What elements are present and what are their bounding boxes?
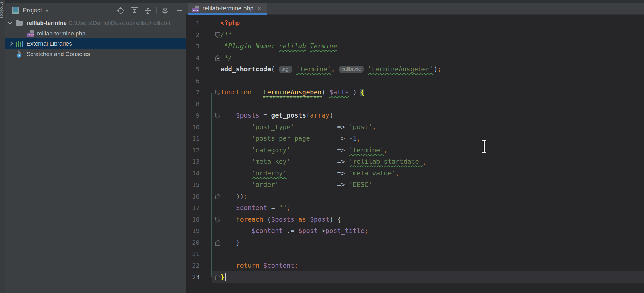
tree-row-scratches[interactable]: Scratches and Consoles	[5, 49, 186, 59]
active-block-gutter-line	[211, 93, 212, 277]
php-file-icon: PHP	[27, 30, 34, 37]
collapse-all-icon[interactable]	[144, 7, 151, 14]
tree-item-path: C:\Users\Daniel\Desktop\relilab\relilab-…	[68, 20, 171, 26]
tree-row-external-libraries[interactable]: External Libraries	[5, 38, 186, 49]
toolbar-divider	[156, 7, 157, 14]
code-line[interactable]: return $content;	[220, 260, 298, 272]
fold-marker[interactable]	[215, 240, 220, 246]
line-number[interactable]: 6	[186, 75, 199, 87]
hide-panel-icon[interactable]	[176, 7, 183, 14]
mouse-ibeam-cursor	[481, 140, 486, 153]
fold-marker[interactable]	[215, 55, 220, 61]
code-line[interactable]: 'orderby' => 'meta_value',	[220, 168, 400, 179]
text-caret	[225, 273, 226, 281]
code-line[interactable]: */	[220, 52, 232, 64]
tree-item-label[interactable]: External Libraries	[26, 40, 72, 47]
top-strip	[5, 0, 644, 3]
line-number[interactable]: 1	[186, 18, 199, 29]
code-line[interactable]: 'order' => 'DESC'	[220, 179, 372, 191]
line-number[interactable]: 5	[186, 64, 199, 75]
line-number[interactable]: 18	[186, 214, 199, 226]
fold-marker[interactable]	[215, 113, 220, 119]
gear-icon[interactable]: ⚙	[161, 7, 169, 14]
line-number[interactable]: 2	[186, 29, 199, 41]
code-line[interactable]: add_shortcode( tag: 'termine', callback:…	[220, 64, 441, 75]
line-number[interactable]: 15	[186, 179, 199, 191]
project-panel-header: Project ⚙	[5, 3, 186, 18]
project-panel: Project ⚙ relilab-termine C:\Users\D	[5, 3, 186, 293]
tree-row-php-file[interactable]: PHP relilab-termine.php	[5, 28, 186, 39]
line-number[interactable]: 7	[186, 87, 199, 98]
code-line[interactable]: }	[220, 237, 240, 249]
tree-item-label[interactable]: relilab-termine	[26, 20, 67, 26]
code-line[interactable]: $content .= $post->post_title;	[220, 225, 368, 237]
php-file-icon: PHP	[192, 5, 199, 12]
line-number[interactable]: 12	[186, 145, 199, 156]
line-number[interactable]: 3	[186, 41, 199, 52]
code-line[interactable]: foreach ($posts as $post) {	[220, 214, 341, 226]
line-number[interactable]: 13	[186, 156, 199, 168]
code-line[interactable]: 'category' => 'termine',	[220, 145, 388, 156]
line-number[interactable]: 11	[186, 133, 199, 145]
code-line[interactable]: 'post_type' => 'post',	[220, 122, 376, 133]
expand-all-icon[interactable]	[131, 7, 138, 14]
code-line[interactable]: $posts = get_posts(array(	[220, 110, 333, 122]
editor-tab-bar: PHP relilab-termine.php ×	[186, 3, 644, 15]
code-line[interactable]: ));	[220, 191, 248, 203]
code-line[interactable]: $content = "";	[220, 202, 291, 214]
fold-marker[interactable]	[215, 217, 220, 223]
folder-icon	[16, 21, 23, 26]
locate-file-icon[interactable]	[117, 7, 124, 14]
line-number[interactable]: 4	[186, 52, 199, 64]
tab-label[interactable]: relilab-termine.php	[203, 5, 254, 12]
line-number[interactable]: 17	[186, 202, 199, 214]
chevron-down-icon[interactable]	[45, 10, 49, 12]
line-number[interactable]: 8	[186, 98, 199, 110]
project-tool-window-icon	[12, 7, 19, 14]
code-line[interactable]: 'meta_key' => 'relilab_startdate',	[220, 156, 427, 168]
line-number[interactable]: 14	[186, 168, 199, 179]
fold-marker[interactable]	[215, 90, 220, 96]
line-number[interactable]: 16	[186, 191, 199, 203]
chevron-right-icon[interactable]	[9, 42, 13, 46]
line-number[interactable]: 21	[186, 248, 199, 260]
current-line-highlight	[212, 271, 644, 283]
code-line[interactable]: function termineAusgeben( $atts ) {	[220, 87, 364, 98]
code-line[interactable]: *Plugin Name: relilab Termine	[220, 41, 337, 52]
chevron-down-icon[interactable]	[8, 21, 12, 25]
fold-marker[interactable]	[215, 32, 220, 38]
line-number[interactable]: 23	[186, 271, 199, 283]
line-number[interactable]: 20	[186, 237, 199, 249]
project-panel-title[interactable]: Project	[23, 7, 42, 14]
libraries-icon	[16, 40, 24, 47]
close-icon[interactable]: ×	[257, 5, 261, 13]
code-line[interactable]: /**	[220, 29, 232, 41]
code-editor[interactable]: 1234567891011121314151617181920212223 <?…	[186, 15, 644, 293]
fold-marker[interactable]	[215, 194, 220, 199]
tree-row-project-root[interactable]: relilab-termine C:\Users\Daniel\Desktop\…	[5, 18, 186, 28]
scratches-icon	[16, 50, 23, 58]
line-number[interactable]: 22	[186, 260, 199, 272]
tree-item-label[interactable]: Scratches and Consoles	[26, 51, 90, 58]
code-line[interactable]: <?php	[220, 18, 240, 29]
line-number[interactable]: 19	[186, 225, 199, 237]
line-number[interactable]: 9	[186, 110, 199, 122]
tool-window-stripe: Project	[0, 0, 5, 293]
code-line[interactable]: }	[220, 271, 224, 283]
code-line[interactable]: 'posts_per_page' => -1,	[220, 133, 360, 145]
tree-item-label[interactable]: relilab-termine.php	[37, 30, 85, 37]
line-number[interactable]: 10	[186, 122, 199, 133]
